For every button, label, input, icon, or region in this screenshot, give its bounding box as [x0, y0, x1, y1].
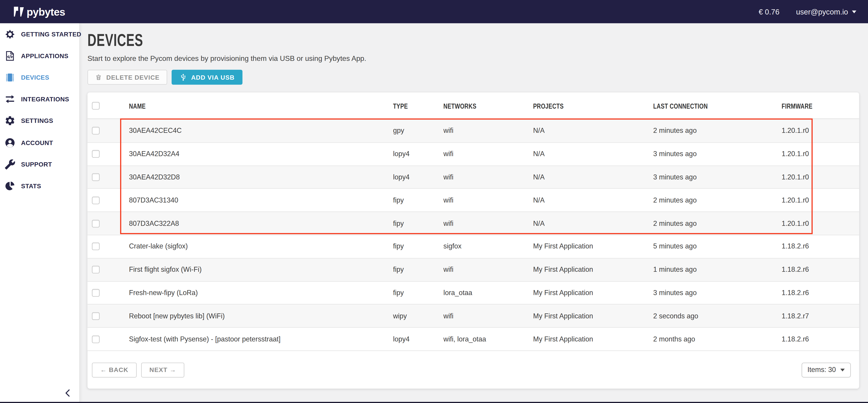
chevron-down-icon [840, 369, 845, 371]
row-checkbox[interactable] [92, 173, 99, 181]
topbar: pybytes € 0.76 user@pycom.io [0, 0, 868, 23]
row-checkbox-cell [88, 173, 129, 181]
device-projects: My First Application [533, 335, 653, 343]
sidebar-item-getting-started[interactable]: GETTING STARTED [0, 23, 79, 45]
account-balance: € 0.76 [759, 7, 779, 16]
row-checkbox[interactable] [92, 127, 99, 134]
select-all-checkbox[interactable] [92, 102, 99, 109]
user-icon [4, 137, 16, 148]
device-last-connection: 3 minutes ago [653, 289, 782, 297]
table-row[interactable]: 30AEA42D32D8 lopy4 wifi N/A 3 minutes ag… [88, 165, 859, 188]
pagination-buttons: ← BACK NEXT → [92, 363, 189, 377]
row-checkbox[interactable] [92, 150, 99, 158]
device-name: Fresh-new-fipy (LoRa) [129, 289, 393, 297]
row-checkbox[interactable] [92, 289, 99, 297]
device-firmware: 1.20.1.r0 [781, 173, 859, 181]
device-projects: My First Application [533, 289, 653, 297]
device-name: 30AEA42D32D8 [129, 173, 393, 181]
row-checkbox-cell [88, 219, 129, 227]
row-checkbox[interactable] [92, 196, 99, 204]
header-checkbox-cell [88, 102, 129, 109]
column-header-name: NAME [129, 100, 393, 111]
device-projects: N/A [533, 196, 653, 204]
screen: pybytes € 0.76 user@pycom.io GETTING STA… [0, 0, 868, 403]
device-networks: wifi [443, 266, 533, 274]
row-checkbox-cell [88, 196, 129, 204]
sidebar-item-applications[interactable]: APPLICATIONS [0, 45, 79, 67]
sidebar-item-label: STATS [21, 183, 41, 189]
row-checkbox[interactable] [92, 243, 99, 250]
next-button[interactable]: NEXT → [141, 363, 185, 377]
table-body: 30AEA42CEC4C gpy wifi N/A 2 minutes ago … [88, 119, 859, 350]
device-networks: wifi [443, 173, 533, 181]
device-firmware: 1.18.2.r6 [781, 335, 859, 343]
trash-icon [95, 73, 102, 81]
device-networks: wifi [443, 312, 533, 320]
row-checkbox-cell [88, 335, 129, 343]
sidebar-item-label: SUPPORT [21, 161, 52, 167]
device-networks: wifi [443, 219, 533, 227]
delete-device-button[interactable]: DELETE DEVICE [88, 70, 167, 85]
items-per-page-dropdown[interactable]: Items: 30 [801, 363, 851, 377]
sidebar: GETTING STARTED APPLICATIONS DEVICES INT… [0, 23, 80, 403]
table-row[interactable]: Crater-lake (sigfox) fipy sigfox My Firs… [88, 235, 859, 258]
code-file-icon [4, 50, 16, 61]
device-projects: N/A [533, 150, 653, 158]
devices-table-card: NAME TYPE NETWORKS PROJECTS LAST CONNECT… [88, 93, 859, 389]
sidebar-item-integrations[interactable]: INTEGRATIONS [0, 88, 79, 110]
device-last-connection: 2 minutes ago [653, 219, 782, 227]
device-networks: wifi, lora_otaa [443, 335, 533, 343]
table-row[interactable]: 807D3AC31340 fipy wifi N/A 2 minutes ago… [88, 188, 859, 212]
window-bottom-edge [0, 402, 868, 403]
sidebar-item-devices[interactable]: DEVICES [0, 66, 79, 88]
row-checkbox[interactable] [92, 219, 99, 227]
column-header-firmware: FIRMWARE [781, 100, 859, 111]
device-type: fipy [393, 196, 443, 204]
table-row[interactable]: 807D3AC322A8 fipy wifi N/A 2 minutes ago… [88, 212, 859, 235]
device-type: lopy4 [393, 150, 443, 158]
device-type: fipy [393, 219, 443, 227]
sidebar-item-account[interactable]: ACCOUNT [0, 132, 79, 153]
sidebar-item-label: APPLICATIONS [21, 53, 68, 59]
device-projects: N/A [533, 173, 653, 181]
page-title: DEVICES [88, 31, 868, 49]
sidebar-item-support[interactable]: SUPPORT [0, 153, 79, 175]
device-networks: lora_otaa [443, 289, 533, 297]
device-networks: wifi [443, 196, 533, 204]
sidebar-item-label: INTEGRATIONS [21, 96, 69, 102]
user-menu[interactable]: user@pycom.io [796, 7, 857, 16]
device-firmware: 1.20.1.r0 [781, 127, 859, 134]
row-checkbox[interactable] [92, 312, 99, 320]
back-button[interactable]: ← BACK [92, 363, 137, 377]
table-row[interactable]: Fresh-new-fipy (LoRa) fipy lora_otaa My … [88, 281, 859, 304]
device-type: gpy [393, 127, 443, 134]
device-networks: wifi [443, 127, 533, 134]
table-row[interactable]: First flight sigfox (Wi-Fi) fipy wifi My… [88, 258, 859, 281]
column-header-projects: PROJECTS [533, 100, 653, 111]
chevron-down-icon [852, 10, 857, 13]
add-via-usb-label: ADD VIA USB [191, 74, 235, 81]
table-row[interactable]: Reboot [new pybytes lib] (WiFi) wipy wif… [88, 304, 859, 327]
add-via-usb-button[interactable]: ADD VIA USB [172, 70, 242, 85]
sidebar-item-label: DEVICES [21, 74, 49, 81]
row-checkbox[interactable] [92, 335, 99, 343]
device-projects: N/A [533, 219, 653, 227]
table-row[interactable]: 30AEA42D32A4 lopy4 wifi N/A 3 minutes ag… [88, 142, 859, 165]
chip-icon [4, 72, 16, 83]
table-row[interactable]: 30AEA42CEC4C gpy wifi N/A 2 minutes ago … [88, 119, 859, 142]
pybytes-logo[interactable]: pybytes [0, 6, 65, 17]
table-row[interactable]: Sigfox-test (with Pysense) - [pastoor pe… [88, 327, 859, 350]
sidebar-item-stats[interactable]: STATS [0, 175, 79, 197]
sidebar-item-settings[interactable]: SETTINGS [0, 110, 79, 132]
device-name: 30AEA42D32A4 [129, 150, 393, 158]
sidebar-collapse-button[interactable] [62, 387, 74, 399]
device-name: 807D3AC31340 [129, 196, 393, 204]
device-type: lopy4 [393, 173, 443, 181]
device-firmware: 1.18.2.r6 [781, 289, 859, 297]
table-header-row: NAME TYPE NETWORKS PROJECTS LAST CONNECT… [88, 93, 859, 119]
device-last-connection: 2 minutes ago [653, 127, 782, 134]
main-content: DEVICES Start to explore the Pycom devic… [79, 23, 868, 403]
topbar-right: € 0.76 user@pycom.io [759, 7, 868, 16]
device-last-connection: 1 minutes ago [653, 266, 782, 274]
row-checkbox[interactable] [92, 266, 99, 274]
